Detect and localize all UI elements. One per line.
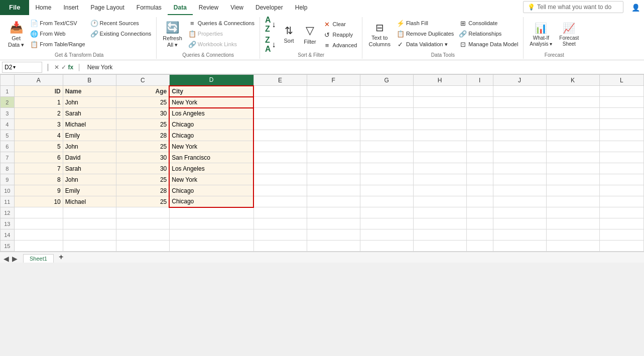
cell-a14[interactable] xyxy=(14,229,63,241)
cell-d11[interactable]: Chicago xyxy=(169,196,253,207)
from-web-button[interactable]: 🌐 From Web xyxy=(28,29,87,39)
cancel-formula-icon[interactable]: ✕ xyxy=(54,64,59,71)
remove-duplicates-button[interactable]: 📋 Remove Duplicates xyxy=(395,29,456,39)
cell-a10[interactable]: 9 xyxy=(14,185,63,196)
row-header-13[interactable]: 13 xyxy=(1,218,15,229)
cell-h6[interactable] xyxy=(413,141,466,152)
cell-i6[interactable] xyxy=(466,141,493,152)
cell-b11[interactable]: Michael xyxy=(63,196,116,207)
menu-page-layout[interactable]: Page Layout xyxy=(84,0,130,15)
consolidate-button[interactable]: ⊞ Consolidate xyxy=(457,18,520,28)
menu-insert[interactable]: Insert xyxy=(57,0,84,15)
menu-home[interactable]: Home xyxy=(29,0,57,15)
menu-review[interactable]: Review xyxy=(193,0,224,15)
cell-j8[interactable] xyxy=(493,163,546,174)
row-header-11[interactable]: 11 xyxy=(1,196,15,207)
row-header-6[interactable]: 6 xyxy=(1,141,15,152)
cell-i9[interactable] xyxy=(466,174,493,185)
cell-c14[interactable] xyxy=(116,229,169,241)
cell-l4[interactable] xyxy=(599,119,643,130)
cell-b13[interactable] xyxy=(63,218,116,229)
row-header-7[interactable]: 7 xyxy=(1,152,15,163)
row-header-15[interactable]: 15 xyxy=(1,241,15,252)
cell-b4[interactable]: Michael xyxy=(63,119,116,130)
cell-g1[interactable] xyxy=(360,86,413,97)
cell-e5[interactable] xyxy=(253,130,307,141)
col-header-l[interactable]: L xyxy=(599,75,643,86)
cell-d10[interactable]: Chicago xyxy=(169,185,253,196)
cell-k5[interactable] xyxy=(546,130,599,141)
cell-k15[interactable] xyxy=(546,241,599,252)
filter-button[interactable]: ▽ Filter xyxy=(300,18,320,51)
cell-i8[interactable] xyxy=(466,163,493,174)
col-header-c[interactable]: C xyxy=(116,75,169,86)
cell-b3[interactable]: Sarah xyxy=(63,108,116,119)
cell-c4[interactable]: 25 xyxy=(116,119,169,130)
cell-f15[interactable] xyxy=(307,241,360,252)
cell-h4[interactable] xyxy=(413,119,466,130)
cell-f7[interactable] xyxy=(307,152,360,163)
text-to-columns-button[interactable]: ⊟ Text toColumns xyxy=(365,18,393,51)
cell-c12[interactable] xyxy=(116,207,169,218)
from-table-button[interactable]: 📋 From Table/Range xyxy=(28,39,87,49)
cell-f11[interactable] xyxy=(307,196,360,207)
cell-c2[interactable]: 25 xyxy=(116,97,169,108)
cell-a8[interactable]: 7 xyxy=(14,163,63,174)
cell-l5[interactable] xyxy=(599,130,643,141)
next-sheet-icon[interactable]: ▶ xyxy=(11,255,19,263)
cell-f13[interactable] xyxy=(307,218,360,229)
menu-view[interactable]: View xyxy=(224,0,249,15)
file-menu-button[interactable]: File xyxy=(0,0,29,15)
cell-j3[interactable] xyxy=(493,108,546,119)
data-validation-button[interactable]: ✓ Data Validation ▾ xyxy=(395,39,456,49)
cell-k1[interactable] xyxy=(546,86,599,97)
cell-b2[interactable]: John xyxy=(63,97,116,108)
insert-function-icon[interactable]: fx xyxy=(68,64,74,71)
cell-d2[interactable]: New York xyxy=(169,97,253,108)
cell-d1[interactable]: City xyxy=(169,86,253,97)
confirm-formula-icon[interactable]: ✓ xyxy=(61,64,66,71)
cell-j10[interactable] xyxy=(493,185,546,196)
flash-fill-button[interactable]: ⚡ Flash Fill xyxy=(395,18,456,28)
properties-button[interactable]: 📋 Properties xyxy=(186,29,256,39)
cell-g4[interactable] xyxy=(360,119,413,130)
col-header-i[interactable]: I xyxy=(466,75,493,86)
sort-za-button[interactable]: ZA ↓ xyxy=(263,35,278,54)
row-header-1[interactable]: 1 xyxy=(1,86,15,97)
cell-g3[interactable] xyxy=(360,108,413,119)
cell-f14[interactable] xyxy=(307,229,360,241)
cell-d14[interactable] xyxy=(169,229,253,241)
relationships-button[interactable]: 🔗 Relationships xyxy=(457,29,520,39)
cell-a12[interactable] xyxy=(14,207,63,218)
cell-i2[interactable] xyxy=(466,97,493,108)
reapply-button[interactable]: ↺ Reapply xyxy=(321,30,359,40)
queries-connections-button[interactable]: ≡ Queries & Connections xyxy=(186,18,256,28)
cell-g7[interactable] xyxy=(360,152,413,163)
cell-g12[interactable] xyxy=(360,207,413,218)
cell-e11[interactable] xyxy=(253,196,307,207)
cell-e2[interactable] xyxy=(253,97,307,108)
cell-b15[interactable] xyxy=(63,241,116,252)
cell-j11[interactable] xyxy=(493,196,546,207)
cell-k7[interactable] xyxy=(546,152,599,163)
cell-e14[interactable] xyxy=(253,229,307,241)
refresh-all-button[interactable]: 🔄 RefreshAll ▾ xyxy=(160,18,185,51)
get-data-button[interactable]: 📥 GetData ▾ xyxy=(5,18,27,51)
cell-g11[interactable] xyxy=(360,196,413,207)
cell-l7[interactable] xyxy=(599,152,643,163)
col-header-d[interactable]: D xyxy=(169,75,253,86)
cell-l15[interactable] xyxy=(599,241,643,252)
cell-h2[interactable] xyxy=(413,97,466,108)
cell-f9[interactable] xyxy=(307,174,360,185)
cell-i10[interactable] xyxy=(466,185,493,196)
cell-c11[interactable]: 25 xyxy=(116,196,169,207)
cell-h1[interactable] xyxy=(413,86,466,97)
cell-b12[interactable] xyxy=(63,207,116,218)
cell-j1[interactable] xyxy=(493,86,546,97)
cell-c15[interactable] xyxy=(116,241,169,252)
cell-i3[interactable] xyxy=(466,108,493,119)
cell-h14[interactable] xyxy=(413,229,466,241)
cell-e6[interactable] xyxy=(253,141,307,152)
cell-d13[interactable] xyxy=(169,218,253,229)
cell-f3[interactable] xyxy=(307,108,360,119)
